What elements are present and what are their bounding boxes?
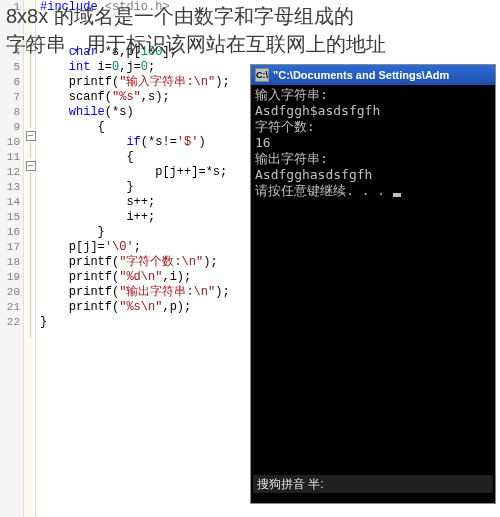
console-line: 输出字符串: xyxy=(255,151,491,167)
line-number: 20 xyxy=(0,285,24,300)
code-text[interactable]: printf("字符个数:\n"); xyxy=(36,255,218,270)
code-line[interactable]: 5 int i=0,j=0; xyxy=(0,60,230,75)
cursor-icon xyxy=(393,193,401,197)
line-number: 7 xyxy=(0,90,24,105)
console-line: 16 xyxy=(255,135,491,151)
code-text[interactable]: printf("%d\n",i); xyxy=(36,270,191,285)
code-text[interactable]: i++; xyxy=(36,210,155,225)
ime-status-bar[interactable]: 搜狗拼音 半: xyxy=(253,475,493,493)
console-window: C:\ "C:\Documents and Settings\Adm 输入字符串… xyxy=(250,64,496,504)
console-titlebar[interactable]: C:\ "C:\Documents and Settings\Adm xyxy=(251,65,495,85)
code-line[interactable]: 16 } xyxy=(0,225,230,240)
code-text[interactable]: if(*s!='$') xyxy=(36,135,206,150)
console-title: "C:\Documents and Settings\Adm xyxy=(273,69,449,81)
code-text[interactable]: p[j++]=*s; xyxy=(36,165,227,180)
code-text[interactable]: } xyxy=(36,225,105,240)
code-line[interactable]: 15 i++; xyxy=(0,210,230,225)
console-output[interactable]: 输入字符串:Asdfggh$asdsfgfh字符个数:16输出字符串:Asdfg… xyxy=(251,85,495,201)
code-line[interactable]: 14 s++; xyxy=(0,195,230,210)
code-line[interactable]: 8 while(*s) xyxy=(0,105,230,120)
code-line[interactable]: 13 } xyxy=(0,180,230,195)
code-text[interactable]: } xyxy=(36,315,47,330)
line-number: 15 xyxy=(0,210,24,225)
line-number: 22 xyxy=(0,315,24,330)
header-description: 8x8x 的域名是一个由数字和字母组成的 字符串，用于标识该网站在互联网上的地址 xyxy=(6,2,386,58)
code-text[interactable]: { xyxy=(36,120,105,135)
line-number: 9 xyxy=(0,120,24,135)
line-number: 21 xyxy=(0,300,24,315)
line-number: 13 xyxy=(0,180,24,195)
code-text[interactable]: s++; xyxy=(36,195,155,210)
line-number: 17 xyxy=(0,240,24,255)
header-line2: 字符串，用于标识该网站在互联网上的地址 xyxy=(6,30,386,58)
console-line: Asdfggh$asdsfgfh xyxy=(255,103,491,119)
line-number: 6 xyxy=(0,75,24,90)
line-number: 11 xyxy=(0,150,24,165)
header-line1: 8x8x 的域名是一个由数字和字母组成的 xyxy=(6,5,354,27)
console-line: 请按任意键继续. . . xyxy=(255,183,491,199)
line-number: 16 xyxy=(0,225,24,240)
code-line[interactable]: 22} xyxy=(0,315,230,330)
code-line[interactable]: 19 printf("%d\n",i); xyxy=(0,270,230,285)
code-text[interactable]: p[j]='\0'; xyxy=(36,240,141,255)
code-line[interactable]: 18 printf("字符个数:\n"); xyxy=(0,255,230,270)
code-text[interactable]: { xyxy=(36,150,134,165)
code-line[interactable]: 20 printf("输出字符串:\n"); xyxy=(0,285,230,300)
code-line[interactable]: 6 printf("输入字符串:\n"); xyxy=(0,75,230,90)
line-number: 10 xyxy=(0,135,24,150)
console-icon: C:\ xyxy=(255,68,269,82)
line-number: 14 xyxy=(0,195,24,210)
code-text[interactable]: printf("%s\n",p); xyxy=(36,300,191,315)
code-line[interactable]: 7 scanf("%s",s); xyxy=(0,90,230,105)
code-text[interactable]: int i=0,j=0; xyxy=(36,60,155,75)
code-text[interactable]: } xyxy=(36,180,134,195)
line-number: 19 xyxy=(0,270,24,285)
console-line: Asdfgghasdsfgfh xyxy=(255,167,491,183)
code-text[interactable]: printf("输入字符串:\n"); xyxy=(36,75,230,90)
code-editor[interactable]: 1#include <stdio.h>4 char *s,p[100];5 in… xyxy=(0,0,260,517)
ime-text: 搜狗拼音 半: xyxy=(257,476,324,493)
code-line[interactable]: 9 { xyxy=(0,120,230,135)
line-number: 12 xyxy=(0,165,24,180)
code-line[interactable]: 17 p[j]='\0'; xyxy=(0,240,230,255)
console-line: 输入字符串: xyxy=(255,87,491,103)
code-line[interactable]: 21 printf("%s\n",p); xyxy=(0,300,230,315)
line-number: 5 xyxy=(0,60,24,75)
code-text[interactable]: printf("输出字符串:\n"); xyxy=(36,285,230,300)
line-number: 8 xyxy=(0,105,24,120)
code-text[interactable]: while(*s) xyxy=(36,105,134,120)
code-line[interactable]: 11 { xyxy=(0,150,230,165)
code-text[interactable]: scanf("%s",s); xyxy=(36,90,170,105)
console-line: 字符个数: xyxy=(255,119,491,135)
line-number: 18 xyxy=(0,255,24,270)
